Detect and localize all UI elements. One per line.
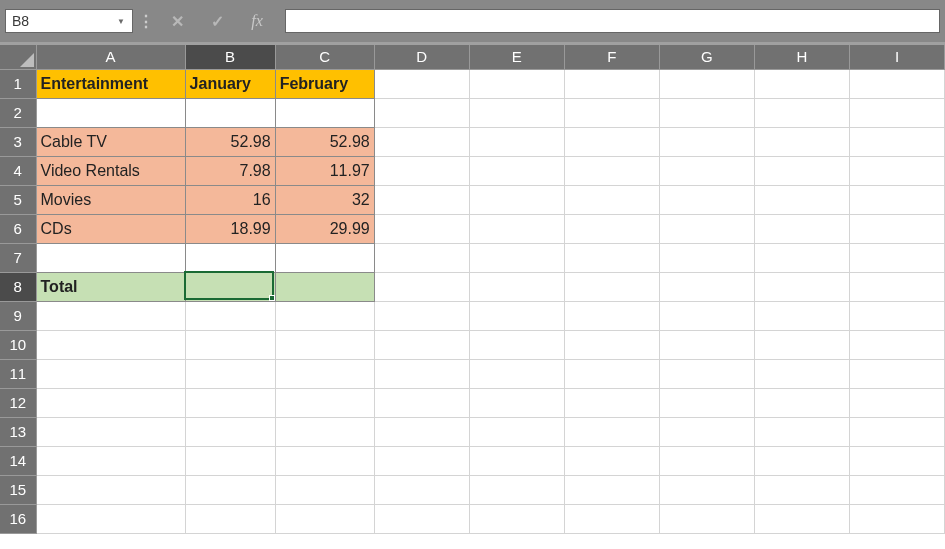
cell-D10[interactable] xyxy=(374,330,469,359)
cell-F9[interactable] xyxy=(564,301,659,330)
cell-I13[interactable] xyxy=(849,417,944,446)
cell-C4[interactable]: 11.97 xyxy=(275,156,374,185)
cell-E13[interactable] xyxy=(469,417,564,446)
cell-G7[interactable] xyxy=(659,243,754,272)
cell-F2[interactable] xyxy=(564,98,659,127)
cell-G5[interactable] xyxy=(659,185,754,214)
cell-B9[interactable] xyxy=(185,301,275,330)
cell-F7[interactable] xyxy=(564,243,659,272)
cell-F13[interactable] xyxy=(564,417,659,446)
cell-I15[interactable] xyxy=(849,475,944,504)
cell-G10[interactable] xyxy=(659,330,754,359)
cell-F1[interactable] xyxy=(564,69,659,98)
cell-B1[interactable]: January xyxy=(185,69,275,98)
cell-G2[interactable] xyxy=(659,98,754,127)
cell-H2[interactable] xyxy=(754,98,849,127)
cell-G8[interactable] xyxy=(659,272,754,301)
cell-D9[interactable] xyxy=(374,301,469,330)
cell-E14[interactable] xyxy=(469,446,564,475)
cell-H1[interactable] xyxy=(754,69,849,98)
cell-H5[interactable] xyxy=(754,185,849,214)
cell-A6[interactable]: CDs xyxy=(36,214,185,243)
col-header-G[interactable]: G xyxy=(659,45,754,69)
cell-H16[interactable] xyxy=(754,504,849,533)
cell-A8[interactable]: Total xyxy=(36,272,185,301)
cell-A13[interactable] xyxy=(36,417,185,446)
cell-G1[interactable] xyxy=(659,69,754,98)
col-header-E[interactable]: E xyxy=(469,45,564,69)
cell-G14[interactable] xyxy=(659,446,754,475)
cell-C14[interactable] xyxy=(275,446,374,475)
col-header-I[interactable]: I xyxy=(849,45,944,69)
row-header-5[interactable]: 5 xyxy=(0,185,36,214)
enter-button[interactable]: ✓ xyxy=(199,9,235,33)
cell-D16[interactable] xyxy=(374,504,469,533)
cell-F14[interactable] xyxy=(564,446,659,475)
cell-C6[interactable]: 29.99 xyxy=(275,214,374,243)
cell-H11[interactable] xyxy=(754,359,849,388)
cell-C2[interactable] xyxy=(275,98,374,127)
cell-F11[interactable] xyxy=(564,359,659,388)
cell-G15[interactable] xyxy=(659,475,754,504)
col-header-D[interactable]: D xyxy=(374,45,469,69)
row-header-8[interactable]: 8 xyxy=(0,272,36,301)
cell-B15[interactable] xyxy=(185,475,275,504)
row-header-2[interactable]: 2 xyxy=(0,98,36,127)
cell-D15[interactable] xyxy=(374,475,469,504)
row-header-12[interactable]: 12 xyxy=(0,388,36,417)
cell-E11[interactable] xyxy=(469,359,564,388)
cell-C13[interactable] xyxy=(275,417,374,446)
cell-C8[interactable] xyxy=(275,272,374,301)
cell-G3[interactable] xyxy=(659,127,754,156)
col-header-A[interactable]: A xyxy=(36,45,185,69)
select-all-button[interactable] xyxy=(0,45,36,69)
cell-C3[interactable]: 52.98 xyxy=(275,127,374,156)
cell-A9[interactable] xyxy=(36,301,185,330)
cell-D11[interactable] xyxy=(374,359,469,388)
col-header-B[interactable]: B xyxy=(185,45,275,69)
cell-H10[interactable] xyxy=(754,330,849,359)
cell-G6[interactable] xyxy=(659,214,754,243)
cell-E5[interactable] xyxy=(469,185,564,214)
cell-I4[interactable] xyxy=(849,156,944,185)
cell-D6[interactable] xyxy=(374,214,469,243)
cell-H13[interactable] xyxy=(754,417,849,446)
cell-E7[interactable] xyxy=(469,243,564,272)
chevron-down-icon[interactable]: ▼ xyxy=(113,13,129,29)
cell-F10[interactable] xyxy=(564,330,659,359)
cell-A10[interactable] xyxy=(36,330,185,359)
cancel-button[interactable]: ✕ xyxy=(159,9,195,33)
row-header-9[interactable]: 9 xyxy=(0,301,36,330)
cell-C5[interactable]: 32 xyxy=(275,185,374,214)
cell-C10[interactable] xyxy=(275,330,374,359)
cell-A11[interactable] xyxy=(36,359,185,388)
cell-E16[interactable] xyxy=(469,504,564,533)
cell-F16[interactable] xyxy=(564,504,659,533)
cell-D1[interactable] xyxy=(374,69,469,98)
cell-D7[interactable] xyxy=(374,243,469,272)
cell-E9[interactable] xyxy=(469,301,564,330)
cell-I7[interactable] xyxy=(849,243,944,272)
cell-G11[interactable] xyxy=(659,359,754,388)
cell-B4[interactable]: 7.98 xyxy=(185,156,275,185)
cell-E2[interactable] xyxy=(469,98,564,127)
cell-A5[interactable]: Movies xyxy=(36,185,185,214)
cell-H8[interactable] xyxy=(754,272,849,301)
cell-D2[interactable] xyxy=(374,98,469,127)
cell-I1[interactable] xyxy=(849,69,944,98)
cell-D5[interactable] xyxy=(374,185,469,214)
row-header-10[interactable]: 10 xyxy=(0,330,36,359)
cell-E1[interactable] xyxy=(469,69,564,98)
formula-input[interactable] xyxy=(285,9,940,33)
cell-A16[interactable] xyxy=(36,504,185,533)
cell-A7[interactable] xyxy=(36,243,185,272)
cell-I11[interactable] xyxy=(849,359,944,388)
row-header-14[interactable]: 14 xyxy=(0,446,36,475)
row-header-13[interactable]: 13 xyxy=(0,417,36,446)
cell-I8[interactable] xyxy=(849,272,944,301)
cell-H9[interactable] xyxy=(754,301,849,330)
row-header-3[interactable]: 3 xyxy=(0,127,36,156)
cell-F5[interactable] xyxy=(564,185,659,214)
cell-E4[interactable] xyxy=(469,156,564,185)
cell-E10[interactable] xyxy=(469,330,564,359)
